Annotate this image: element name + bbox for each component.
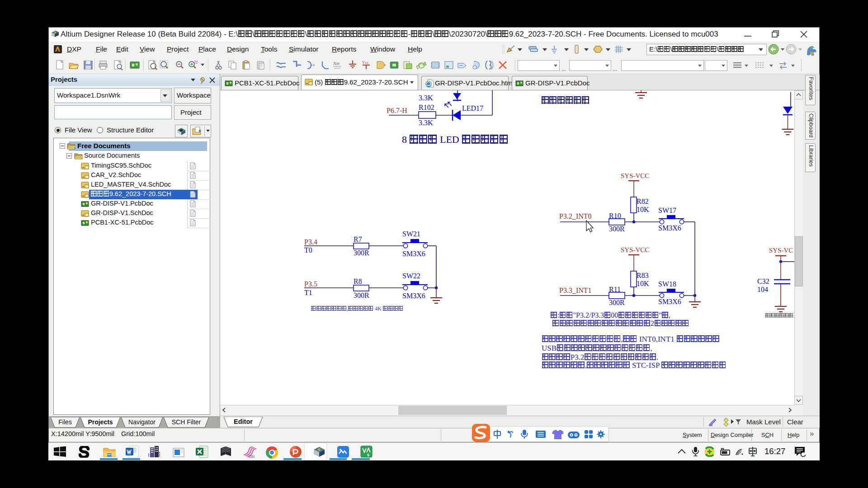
svg-text:5: 5 bbox=[367, 453, 369, 457]
svg-text:Vcc: Vcc bbox=[362, 60, 369, 65]
svg-text:Net: Net bbox=[333, 61, 340, 66]
